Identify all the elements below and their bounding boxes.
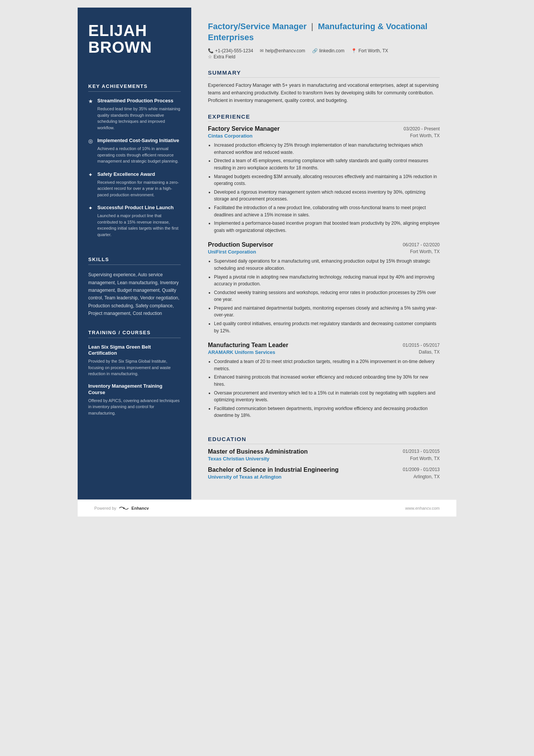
location-icon: 📍 xyxy=(351,48,357,53)
footer-website: www.enhancv.com xyxy=(405,506,440,510)
edu-degree-2: Bachelor of Science in Industrial Engine… xyxy=(208,466,403,474)
education-section-title: EDUCATION xyxy=(208,436,440,444)
exp-bullet-1-1: Directed a team of 45 employees, ensurin… xyxy=(214,157,440,171)
achievement-title-2: Implemented Cost-Saving Initiative xyxy=(97,138,179,144)
title-separator: | xyxy=(311,22,316,31)
contact-extra: ☆ Extra Field xyxy=(208,54,235,59)
summary-section-title: SUMMARY xyxy=(208,69,440,78)
edu-school-1: Texas Christian University xyxy=(208,456,269,462)
exp-bullet-2-2: Conducted weekly training sessions and w… xyxy=(214,289,440,303)
achievement-item-2: ◎ Implemented Cost-Saving Initiative Ach… xyxy=(88,138,181,164)
achievement-title-3: Safety Excellence Award xyxy=(97,171,155,178)
skills-section-title: SKILLS xyxy=(88,257,181,265)
exp-dates-3: 01/2015 - 05/2017 xyxy=(403,342,440,348)
contact-location: 📍 Fort Worth, TX xyxy=(351,48,388,53)
exp-bullet-2-3: Prepared and maintained departmental bud… xyxy=(214,305,440,319)
edu-school-2: University of Texas at Arlington xyxy=(208,474,281,480)
edu-degree-1: Master of Business Administration xyxy=(208,448,403,456)
job-title-block: Factory/Service Manager | Manufacturing … xyxy=(208,21,440,44)
exp-company-row-1: Cintas Corporation Fort Worth, TX xyxy=(208,133,440,139)
exp-bullet-3-2: Oversaw procurement and inventory which … xyxy=(214,390,440,404)
edu-header-1: Master of Business Administration 01/201… xyxy=(208,448,440,456)
exp-dates-1: 03/2020 - Present xyxy=(404,125,440,131)
summary-text: Experienced Factory Manager with 5+ year… xyxy=(208,81,440,104)
linkedin-icon: 🔗 xyxy=(312,48,318,53)
exp-bullet-2-0: Supervised daily operations for a manufa… xyxy=(214,258,440,272)
edu-dates-2: 01/2009 - 01/2013 xyxy=(403,466,440,472)
contact-extra-row: ☆ Extra Field xyxy=(208,54,440,59)
exp-location-2: Fort Worth, TX xyxy=(410,249,440,255)
email-text: help@enhancv.com xyxy=(265,48,305,53)
resume-page: ELIJAH BROWN KEY ACHIEVEMENTS ★ Streamli… xyxy=(78,8,456,517)
achievement-icon-4: ✦ xyxy=(88,205,94,211)
achievement-icon-2: ◎ xyxy=(88,138,94,144)
edu-entry-2: Bachelor of Science in Industrial Engine… xyxy=(208,466,440,480)
extra-text: Extra Field xyxy=(214,54,235,59)
achievement-desc-2: Achieved a reduction of 10% in annual op… xyxy=(88,146,181,164)
training-title-1: Lean Six Sigma Green Belt Certification xyxy=(88,344,181,357)
achievement-icon-3: ✦ xyxy=(88,172,94,178)
exp-bullet-3-3: Facilitated communication between depart… xyxy=(214,405,440,419)
training-section-title: TRAINING / COURSES xyxy=(88,330,181,338)
exp-header-1: Factory Service Manager 03/2020 - Presen… xyxy=(208,125,440,132)
email-icon: ✉ xyxy=(260,48,264,53)
exp-company-row-3: ARAMARK Uniform Services Dallas, TX xyxy=(208,349,440,355)
exp-bullet-3-1: Enhanced training protocols that increas… xyxy=(214,374,440,388)
exp-bullet-1-3: Developed a rigorous inventory managemen… xyxy=(214,189,440,203)
edu-school-row-2: University of Texas at Arlington Arlingt… xyxy=(208,474,440,480)
training-title-2: Inventory Management Training Course xyxy=(88,383,181,396)
exp-title-3: Manufacturing Team Leader xyxy=(208,342,288,349)
achievement-item-4: ✦ Successful Product Line Launch Launche… xyxy=(88,205,181,238)
exp-location-3: Dallas, TX xyxy=(419,349,440,355)
contact-row: 📞 +1-(234)-555-1234 ✉ help@enhancv.com 🔗… xyxy=(208,48,440,53)
exp-bullet-3-0: Coordinated a team of 20 to meet strict … xyxy=(214,358,440,372)
phone-text: +1-(234)-555-1234 xyxy=(215,48,253,53)
exp-location-1: Fort Worth, TX xyxy=(410,133,440,139)
achievement-icon-1: ★ xyxy=(88,98,94,104)
achievement-desc-4: Launched a major product line that contr… xyxy=(88,213,181,238)
achievement-title-1: Streamlined Production Process xyxy=(97,98,173,104)
phone-icon: 📞 xyxy=(208,48,214,53)
enhancv-logo-icon xyxy=(119,505,129,511)
exp-company-3: ARAMARK Uniform Services xyxy=(208,349,275,355)
last-name: BROWN xyxy=(88,39,181,56)
exp-bullet-1-2: Managed budgets exceeding $3M annually, … xyxy=(214,173,440,187)
exp-header-2: Production Supervisor 06/2017 - 02/2020 xyxy=(208,241,440,248)
exp-company-2: UniFirst Corporation xyxy=(208,249,256,255)
footer-left: Powered by Enhancv xyxy=(94,505,149,511)
exp-bullet-1-0: Increased production efficiency by 25% t… xyxy=(214,142,440,156)
training-desc-2: Offered by APICS, covering advanced tech… xyxy=(88,398,181,416)
achievement-title-4: Successful Product Line Launch xyxy=(97,205,174,211)
footer: Powered by Enhancv www.enhancv.com xyxy=(78,499,456,517)
main-content: Factory/Service Manager | Manufacturing … xyxy=(191,8,456,499)
edu-location-2: Arlington, TX xyxy=(414,474,440,480)
exp-company-1: Cintas Corporation xyxy=(208,133,253,139)
exp-bullets-3: Coordinated a team of 20 to meet strict … xyxy=(208,358,440,421)
sidebar: ELIJAH BROWN KEY ACHIEVEMENTS ★ Streamli… xyxy=(78,8,191,499)
exp-bullets-2: Supervised daily operations for a manufa… xyxy=(208,258,440,336)
name-block: ELIJAH BROWN xyxy=(88,23,181,56)
contact-linkedin: 🔗 linkedin.com xyxy=(312,48,345,53)
edu-entry-1: Master of Business Administration 01/201… xyxy=(208,448,440,462)
exp-company-row-2: UniFirst Corporation Fort Worth, TX xyxy=(208,249,440,255)
experience-section-title: EXPERIENCE xyxy=(208,113,440,122)
exp-bullet-2-1: Played a pivotal role in adopting new ma… xyxy=(214,274,440,288)
exp-title-2: Production Supervisor xyxy=(208,241,273,248)
contact-email: ✉ help@enhancv.com xyxy=(260,48,305,53)
powered-by-text: Powered by xyxy=(94,506,116,510)
training-item-2: Inventory Management Training Course Off… xyxy=(88,383,181,416)
achievements-section-title: KEY ACHIEVEMENTS xyxy=(88,83,181,92)
brand-text: Enhancv xyxy=(131,506,149,510)
edu-location-1: Fort Worth, TX xyxy=(410,456,440,462)
training-desc-1: Provided by the Six Sigma Global Institu… xyxy=(88,358,181,377)
exp-bullet-2-4: Led quality control initiatives, ensurin… xyxy=(214,320,440,334)
svg-point-0 xyxy=(123,507,125,509)
job-title-text: Factory/Service Manager xyxy=(208,22,306,31)
training-item-1: Lean Six Sigma Green Belt Certification … xyxy=(88,344,181,377)
linkedin-text: linkedin.com xyxy=(319,48,345,53)
achievement-desc-3: Received recognition for maintaining a z… xyxy=(88,179,181,198)
achievement-item-1: ★ Streamlined Production Process Reduced… xyxy=(88,98,181,131)
skills-text: Supervising experience, Auto service man… xyxy=(88,271,181,317)
exp-bullet-1-5: Implemented a performance-based incentiv… xyxy=(214,220,440,234)
achievement-desc-1: Reduced lead time by 35% while maintaini… xyxy=(88,106,181,131)
